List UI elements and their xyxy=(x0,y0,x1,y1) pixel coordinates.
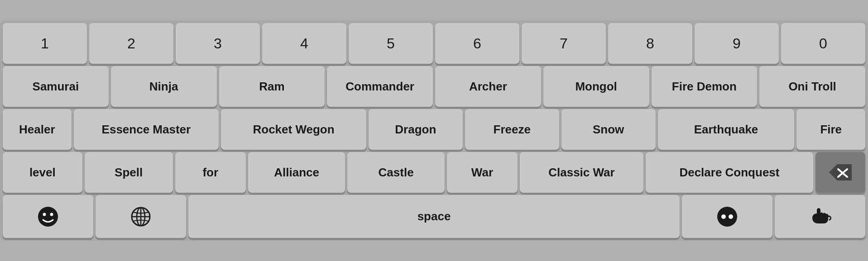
key-war[interactable]: War xyxy=(447,152,518,193)
key-healer[interactable]: Healer xyxy=(3,109,72,150)
svg-point-11 xyxy=(729,214,733,219)
row5: space xyxy=(3,195,865,238)
key-samurai[interactable]: Samurai xyxy=(3,66,109,107)
svg-point-9 xyxy=(717,207,737,227)
key-castle[interactable]: Castle xyxy=(347,152,445,193)
key-settings[interactable] xyxy=(775,195,865,238)
key-globe[interactable] xyxy=(96,195,186,238)
svg-point-3 xyxy=(43,213,46,216)
key-classic-war[interactable]: Classic War xyxy=(520,152,643,193)
key-commander[interactable]: Commander xyxy=(327,66,433,107)
key-space[interactable]: space xyxy=(188,195,680,238)
key-ram[interactable]: Ram xyxy=(219,66,325,107)
key-snow[interactable]: Snow xyxy=(561,109,656,150)
key-backspace[interactable] xyxy=(815,152,865,193)
number-row: 1 2 3 4 5 6 7 8 9 0 xyxy=(3,23,865,64)
key-2[interactable]: 2 xyxy=(89,23,173,64)
key-9[interactable]: 9 xyxy=(695,23,779,64)
emoji-icon xyxy=(37,206,59,228)
key-1[interactable]: 1 xyxy=(3,23,87,64)
keyboard: 1 2 3 4 5 6 7 8 9 0 Samurai Ninja Ram Co… xyxy=(0,20,868,241)
media-icon xyxy=(716,206,738,228)
svg-point-2 xyxy=(38,207,58,227)
key-media[interactable] xyxy=(682,195,772,238)
key-oni-troll[interactable]: Oni Troll xyxy=(759,66,865,107)
key-dragon[interactable]: Dragon xyxy=(369,109,463,150)
key-emoji[interactable] xyxy=(3,195,93,238)
key-earthquake[interactable]: Earthquake xyxy=(658,109,795,150)
key-for[interactable]: for xyxy=(175,152,246,193)
key-7[interactable]: 7 xyxy=(522,23,606,64)
row2: Samurai Ninja Ram Commander Archer Mongo… xyxy=(3,66,865,107)
key-mongol[interactable]: Mongol xyxy=(543,66,649,107)
key-3[interactable]: 3 xyxy=(176,23,260,64)
key-fire-demon[interactable]: Fire Demon xyxy=(652,66,758,107)
key-rocket-wegon[interactable]: Rocket Wegon xyxy=(221,109,366,150)
key-fire[interactable]: Fire xyxy=(796,109,865,150)
row3: Healer Essence Master Rocket Wegon Drago… xyxy=(3,109,865,150)
key-5[interactable]: 5 xyxy=(349,23,433,64)
key-ninja[interactable]: Ninja xyxy=(111,66,217,107)
key-alliance[interactable]: Alliance xyxy=(248,152,345,193)
globe-icon xyxy=(130,206,151,227)
key-0[interactable]: 0 xyxy=(781,23,865,64)
key-essence-master[interactable]: Essence Master xyxy=(74,109,219,150)
backspace-icon xyxy=(828,163,853,181)
key-freeze[interactable]: Freeze xyxy=(465,109,559,150)
hand-icon xyxy=(809,205,831,228)
key-spell[interactable]: Spell xyxy=(85,152,173,193)
svg-point-4 xyxy=(50,213,53,216)
key-6[interactable]: 6 xyxy=(435,23,519,64)
svg-point-10 xyxy=(721,214,726,219)
row4: level Spell for Alliance Castle War Clas… xyxy=(3,152,865,193)
key-archer[interactable]: Archer xyxy=(435,66,541,107)
key-level[interactable]: level xyxy=(3,152,82,193)
key-declare-conquest[interactable]: Declare Conquest xyxy=(646,152,813,193)
key-4[interactable]: 4 xyxy=(262,23,346,64)
key-8[interactable]: 8 xyxy=(608,23,692,64)
